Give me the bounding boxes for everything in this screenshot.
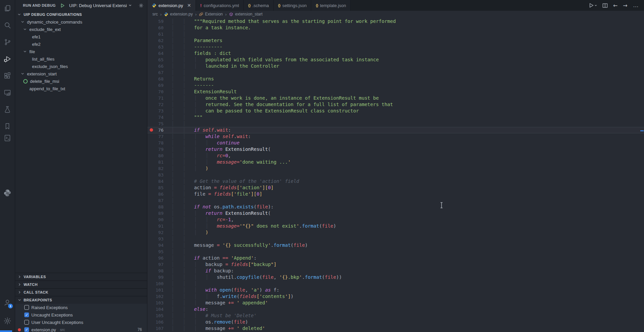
line-number[interactable]: 103 bbox=[147, 300, 171, 306]
line-number[interactable]: 76 bbox=[147, 127, 171, 133]
code-line-59[interactable]: 59│ │ """Required method that serves as … bbox=[147, 18, 644, 25]
code-line-105[interactable]: 105│ │ │ # Must be 'Delete' bbox=[147, 312, 644, 319]
code-line-94[interactable]: 94│ │ message = '{} successfully'.format… bbox=[147, 242, 644, 248]
line-number[interactable]: 94 bbox=[147, 242, 171, 248]
tab-.schema[interactable]: {}.schema bbox=[244, 0, 274, 11]
breadcrumb-item-Extension[interactable]: Extension bbox=[199, 12, 223, 16]
code-line-91[interactable]: 91│ │ │ │ message='"{}" does not exist'.… bbox=[147, 223, 644, 229]
line-number[interactable]: 99 bbox=[147, 274, 171, 280]
code-line-103[interactable]: 103│ │ │ message += ' appended' bbox=[147, 300, 644, 306]
tree-item-append_to_file_txt[interactable]: append_to_file_txt bbox=[15, 85, 147, 92]
code-line-77[interactable]: 77│ │ │ while self.wait: bbox=[147, 133, 644, 140]
line-number[interactable]: 104 bbox=[147, 306, 171, 312]
line-number[interactable]: 79 bbox=[147, 146, 171, 153]
line-number[interactable]: 106 bbox=[147, 319, 171, 325]
line-number[interactable]: 89 bbox=[147, 210, 171, 217]
code-line-60[interactable]: 60│ │ for a task instance. bbox=[147, 25, 644, 31]
line-number[interactable]: 62 bbox=[147, 37, 171, 44]
start-debugging-button[interactable] bbox=[60, 3, 65, 8]
code-line-80[interactable]: 80│ │ │ │ rc=0, bbox=[147, 153, 644, 159]
checkbox[interactable]: ✓ bbox=[24, 312, 29, 317]
code-line-97[interactable]: 97│ │ │ backup = fields["backup"] bbox=[147, 261, 644, 268]
line-number[interactable]: 90 bbox=[147, 217, 171, 223]
code-line-76[interactable]: 76│ │ if self.wait: bbox=[147, 127, 644, 133]
line-number[interactable]: 100 bbox=[147, 280, 171, 287]
code-line-102[interactable]: 102│ │ │ │ f.write(fields['contents']) bbox=[147, 293, 644, 300]
breakpoint-dot[interactable] bbox=[150, 128, 153, 132]
code-line-89[interactable]: 89│ │ │ return ExtensionResult( bbox=[147, 210, 644, 217]
line-number[interactable]: 74 bbox=[147, 114, 171, 121]
line-number[interactable]: 97 bbox=[147, 261, 171, 268]
tree-item-file[interactable]: file bbox=[15, 48, 147, 55]
tree-item-delete_file_msi[interactable]: delete_file_msi bbox=[15, 77, 147, 85]
code-line-95[interactable]: 95│ │ bbox=[147, 248, 644, 255]
activity-search-icon[interactable] bbox=[0, 19, 15, 32]
code-line-70[interactable]: 70│ │ ExtensionResult bbox=[147, 89, 644, 95]
breadcrumb-item-extension_start[interactable]: extension_start bbox=[229, 12, 262, 16]
activity-python-icon[interactable] bbox=[0, 186, 15, 200]
code-line-71[interactable]: 71│ │ │ once the work is done, an instan… bbox=[147, 95, 644, 101]
line-number[interactable]: 59 bbox=[147, 18, 171, 25]
code-line-82[interactable]: 82│ │ │ ) bbox=[147, 165, 644, 172]
tree-item-dynamic_choice_commands[interactable]: dynamic_choice_commands bbox=[15, 18, 147, 26]
split-editor-icon[interactable] bbox=[603, 3, 608, 8]
panel-header-call-stack[interactable]: CALL STACK bbox=[15, 288, 147, 296]
line-number[interactable]: 101 bbox=[147, 287, 171, 293]
line-number[interactable]: 61 bbox=[147, 31, 171, 37]
line-number[interactable]: 63 bbox=[147, 44, 171, 50]
tab-template.json[interactable]: {}template.json bbox=[311, 0, 351, 11]
code-line-101[interactable]: 101│ │ │ with open(file, 'a') as f: bbox=[147, 287, 644, 293]
panel-header-variables[interactable]: VARIABLES bbox=[15, 273, 147, 280]
line-number[interactable]: 60 bbox=[147, 25, 171, 31]
line-number[interactable]: 68 bbox=[147, 76, 171, 82]
line-number[interactable]: 64 bbox=[147, 50, 171, 57]
line-number[interactable]: 85 bbox=[147, 185, 171, 191]
activity-accounts-icon[interactable]: 1 bbox=[0, 296, 15, 309]
code-line-98[interactable]: 98│ │ │ if backup: bbox=[147, 268, 644, 274]
code-line-74[interactable]: 74│ │ """ bbox=[147, 114, 644, 121]
code-line-61[interactable]: 61│ │ bbox=[147, 31, 644, 37]
code-line-79[interactable]: 79│ │ │ return ExtensionResult( bbox=[147, 146, 644, 153]
tree-item-exclude_json_files[interactable]: exclude_json_files bbox=[15, 63, 147, 70]
checkbox[interactable]: ✓ bbox=[24, 327, 29, 332]
line-number[interactable]: 65 bbox=[147, 57, 171, 63]
code-line-75[interactable]: 75│ │ bbox=[147, 121, 644, 127]
breakpoint-row-file[interactable]: ✓extension.pysrc76 bbox=[15, 326, 147, 332]
checkbox[interactable] bbox=[24, 320, 29, 325]
code-line-104[interactable]: 104│ │ else: bbox=[147, 306, 644, 312]
line-number[interactable]: 98 bbox=[147, 268, 171, 274]
line-number[interactable]: 95 bbox=[147, 248, 171, 255]
code-line-67[interactable]: 67│ │ bbox=[147, 69, 644, 76]
line-number[interactable]: 91 bbox=[147, 223, 171, 229]
tree-item-efe2[interactable]: efe2 bbox=[15, 40, 147, 48]
line-number[interactable]: 86 bbox=[147, 191, 171, 197]
line-number[interactable]: 93 bbox=[147, 236, 171, 242]
line-number[interactable]: 107 bbox=[147, 325, 171, 332]
code-line-86[interactable]: 86│ │ file = fields['file'][0] bbox=[147, 191, 644, 197]
panel-header-watch[interactable]: WATCH bbox=[15, 280, 147, 288]
code-line-87[interactable]: 87│ │ bbox=[147, 197, 644, 204]
activity-extensions-icon[interactable] bbox=[0, 69, 15, 82]
activity-bookmarks-icon[interactable] bbox=[0, 120, 15, 133]
code-line-96[interactable]: 96│ │ if action == 'Append': bbox=[147, 255, 644, 261]
panel-header-breakpoints[interactable]: BREAKPOINTS bbox=[15, 296, 147, 304]
breadcrumb-item-src[interactable]: src bbox=[152, 12, 158, 16]
line-number[interactable]: 87 bbox=[147, 197, 171, 204]
line-number[interactable]: 84 bbox=[147, 178, 171, 185]
activity-source-control-icon[interactable] bbox=[0, 35, 15, 49]
code-line-78[interactable]: 78│ │ │ │ continue bbox=[147, 140, 644, 146]
debug-configuration-select[interactable]: UIP: Debug Universal Extensi bbox=[69, 3, 127, 8]
back-icon[interactable]: ← bbox=[613, 2, 617, 9]
code-line-65[interactable]: 65│ │ │ populated with field values from… bbox=[147, 57, 644, 63]
code-line-99[interactable]: 99│ │ │ │ shutil.copyfile(file, '{}.bkp'… bbox=[147, 274, 644, 280]
breakpoint-row-raised-exceptions[interactable]: Raised Exceptions bbox=[15, 304, 147, 311]
line-number[interactable]: 81 bbox=[147, 159, 171, 165]
line-number[interactable]: 75 bbox=[147, 121, 171, 127]
code-line-85[interactable]: 85│ │ action = fields['action'][0] bbox=[147, 185, 644, 191]
tree-item-extension_start[interactable]: extension_start bbox=[15, 70, 147, 77]
run-icon[interactable] bbox=[589, 3, 597, 8]
chevron-down-icon[interactable] bbox=[128, 4, 132, 7]
line-number[interactable]: 70 bbox=[147, 89, 171, 95]
code-line-66[interactable]: 66│ │ │ launched in the Controller bbox=[147, 63, 644, 69]
code-line-62[interactable]: 62│ │ Parameters bbox=[147, 37, 644, 44]
